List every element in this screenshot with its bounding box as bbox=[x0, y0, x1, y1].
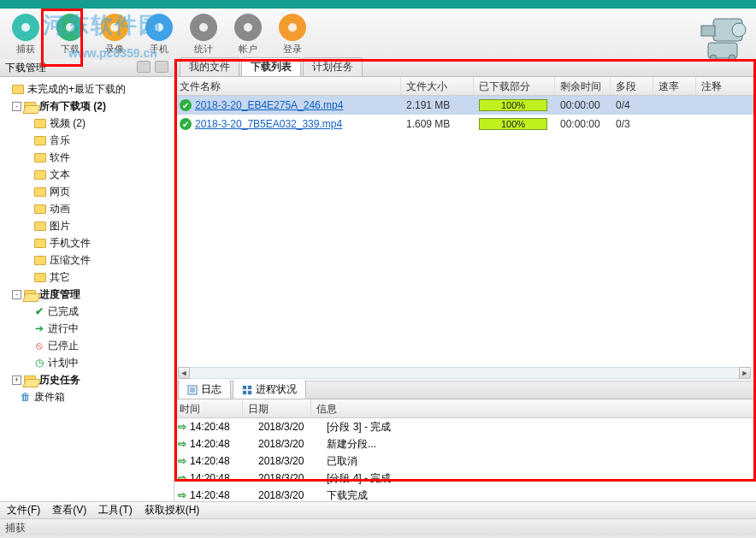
col-progress[interactable]: 已下载部分 bbox=[474, 77, 555, 95]
toolbar-label: 下载 bbox=[48, 43, 92, 56]
file-name[interactable]: 2018-3-20_7B5EA032_339.mp4 bbox=[195, 118, 342, 130]
toolbar-录像[interactable]: 录像 bbox=[92, 14, 137, 56]
tree-item[interactable]: ◷计划中 bbox=[0, 354, 174, 371]
tree-label: 废件箱 bbox=[34, 390, 65, 405]
toolbar-下载[interactable]: 下载 bbox=[48, 14, 92, 56]
svg-rect-21 bbox=[248, 391, 251, 394]
main-toolbar: 河东软件园 www.pc0359.cn 捕获下载录像手机统计帐户登录 bbox=[0, 9, 756, 60]
menu-file[interactable]: 文件(F) bbox=[7, 503, 40, 517]
log-time: 14:20:48 bbox=[190, 438, 258, 450]
log-header: 时间 日期 信息 bbox=[174, 399, 756, 418]
tree-item[interactable]: 文本 bbox=[0, 166, 174, 183]
log-row[interactable]: ⇨14:20:482018/3/20[分段 4] - 完成 bbox=[174, 470, 756, 487]
camera-illustration bbox=[664, 14, 749, 62]
scroll-track[interactable] bbox=[190, 367, 739, 379]
tab-我的文件[interactable]: 我的文件 bbox=[180, 57, 239, 76]
scroll-right-icon[interactable]: ► bbox=[739, 367, 751, 379]
tree-label: 手机文件 bbox=[50, 236, 91, 251]
download-list[interactable]: ✔2018-3-20_EB4E275A_246.mp4 2.191 MB 100… bbox=[174, 96, 756, 381]
progress-bar: 100% bbox=[479, 118, 547, 130]
log-time: 14:20:48 bbox=[190, 455, 258, 467]
tree-toggle-icon[interactable]: + bbox=[12, 375, 21, 385]
tree-item[interactable]: 🗑废件箱 bbox=[0, 388, 174, 405]
log-row[interactable]: ⇨14:20:482018/3/20新建分段... bbox=[174, 435, 756, 452]
menu-tool[interactable]: 工具(T) bbox=[98, 503, 132, 517]
tree-item[interactable]: -所有下载项 (2) bbox=[0, 98, 174, 115]
tree-toggle-icon[interactable]: - bbox=[12, 290, 21, 299]
toolbar-icon bbox=[56, 14, 84, 41]
subtab-label: 进程状况 bbox=[256, 382, 297, 397]
toolbar-捕获[interactable]: 捕获 bbox=[3, 14, 48, 56]
svg-rect-20 bbox=[243, 391, 246, 394]
log-list[interactable]: ⇨14:20:482018/3/20[分段 3] - 完成⇨14:20:4820… bbox=[174, 418, 756, 501]
menu-view[interactable]: 查看(V) bbox=[52, 503, 86, 517]
tree-item[interactable]: 压缩文件 bbox=[0, 251, 174, 269]
toolbar-帐户[interactable]: 帐户 bbox=[226, 14, 270, 56]
log-row[interactable]: ⇨14:20:482018/3/20下载完成 bbox=[174, 487, 756, 501]
tree-label: 图片 bbox=[50, 219, 70, 234]
tab-计划任务[interactable]: 计划任务 bbox=[303, 57, 363, 76]
tree-item[interactable]: 其它 bbox=[0, 269, 174, 286]
clock-icon: ◷ bbox=[34, 357, 44, 369]
tree-item[interactable]: 网页 bbox=[0, 183, 174, 200]
log-row[interactable]: ⇨14:20:482018/3/20[分段 3] - 完成 bbox=[174, 418, 756, 435]
logcol-info[interactable]: 信息 bbox=[311, 399, 756, 417]
download-row[interactable]: ✔2018-3-20_EB4E275A_246.mp4 2.191 MB 100… bbox=[174, 96, 756, 115]
sidebar-btn-1[interactable] bbox=[137, 61, 151, 73]
tree-item[interactable]: ➔进行中 bbox=[0, 320, 174, 337]
log-icon bbox=[187, 385, 198, 395]
logcol-date[interactable]: 日期 bbox=[243, 399, 311, 417]
log-time: 14:20:48 bbox=[190, 421, 258, 433]
tree-item[interactable]: 音乐 bbox=[0, 132, 174, 149]
log-arrow-icon: ⇨ bbox=[178, 489, 190, 501]
file-size: 2.191 MB bbox=[401, 97, 474, 114]
note bbox=[696, 103, 739, 108]
tree-item[interactable]: 视频 (2) bbox=[0, 115, 174, 132]
scroll-left-icon[interactable]: ◄ bbox=[178, 367, 190, 379]
col-rate[interactable]: 速率 bbox=[653, 77, 696, 95]
log-message: [分段 3] - 完成 bbox=[327, 420, 391, 435]
col-segments[interactable]: 多段 bbox=[611, 77, 653, 95]
sidebar-btn-2[interactable] bbox=[155, 61, 168, 73]
rate bbox=[653, 121, 696, 127]
toolbar-icon bbox=[190, 14, 217, 41]
svg-rect-18 bbox=[243, 386, 246, 389]
col-size[interactable]: 文件大小 bbox=[401, 77, 474, 95]
tree-toggle-icon[interactable]: - bbox=[12, 102, 21, 111]
menu-auth[interactable]: 获取授权(H) bbox=[145, 503, 200, 517]
toolbar-icon bbox=[12, 14, 39, 41]
category-tree[interactable]: 未完成的+最近下载的-所有下载项 (2)视频 (2)音乐软件文本网页动画图片手机… bbox=[0, 77, 174, 501]
folder-icon bbox=[34, 239, 46, 248]
tree-item[interactable]: ✔已完成 bbox=[0, 303, 174, 320]
tree-item[interactable]: +历史任务 bbox=[0, 371, 174, 388]
tree-item[interactable]: 软件 bbox=[0, 149, 174, 166]
tree-item[interactable]: 动画 bbox=[0, 200, 174, 217]
subtab-日志[interactable]: 日志 bbox=[178, 380, 231, 399]
col-note[interactable]: 注释 bbox=[696, 77, 739, 95]
tab-下载列表[interactable]: 下载列表 bbox=[241, 57, 301, 76]
menu-bar: 文件(F) 查看(V) 工具(T) 获取授权(H) bbox=[0, 501, 756, 518]
tree-label: 已停止 bbox=[48, 339, 79, 353]
download-row[interactable]: ✔2018-3-20_7B5EA032_339.mp4 1.609 MB 100… bbox=[174, 115, 756, 133]
log-date: 2018/3/20 bbox=[258, 472, 327, 484]
log-arrow-icon: ⇨ bbox=[178, 472, 190, 484]
toolbar-统计[interactable]: 统计 bbox=[181, 14, 226, 56]
progress-icon bbox=[242, 385, 252, 395]
toolbar-手机[interactable]: 手机 bbox=[137, 14, 181, 56]
toolbar-登录[interactable]: 登录 bbox=[270, 14, 315, 56]
segments: 0/3 bbox=[611, 115, 653, 133]
horizontal-scrollbar[interactable]: ◄ ► bbox=[178, 367, 751, 379]
tree-item[interactable]: 未完成的+最近下载的 bbox=[0, 80, 174, 98]
tree-item[interactable]: 手机文件 bbox=[0, 234, 174, 251]
rate bbox=[653, 103, 696, 108]
logcol-time[interactable]: 时间 bbox=[174, 399, 243, 417]
file-name[interactable]: 2018-3-20_EB4E275A_246.mp4 bbox=[195, 99, 343, 111]
tree-item[interactable]: 图片 bbox=[0, 217, 174, 234]
tree-item[interactable]: -进度管理 bbox=[0, 286, 174, 303]
tree-item[interactable]: ⦸已停止 bbox=[0, 337, 174, 354]
col-filename[interactable]: 文件名称 bbox=[174, 77, 401, 95]
tree-label: 其它 bbox=[50, 270, 70, 285]
subtab-进程状况[interactable]: 进程状况 bbox=[233, 380, 306, 399]
col-remaining[interactable]: 剩余时间 bbox=[555, 77, 611, 95]
log-row[interactable]: ⇨14:20:482018/3/20已取消 bbox=[174, 452, 756, 470]
